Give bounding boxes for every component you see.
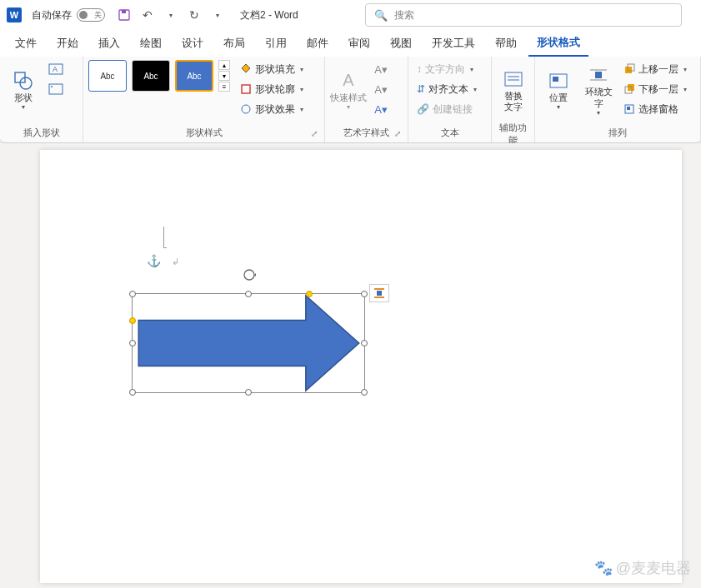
search-box[interactable]: 🔍 搜索 (365, 3, 682, 27)
shape-style-gallery[interactable]: Abc Abc Abc ▴ ▾ ≡ (88, 60, 230, 92)
svg-rect-14 (553, 77, 558, 82)
dialog-launcher-shape-styles[interactable]: ⤢ (311, 129, 321, 139)
group-label-shape-styles: 形状样式 (88, 125, 319, 141)
wrap-text-button[interactable]: 环绕文 字 ▾ (580, 60, 617, 120)
textbox-button[interactable]: A (45, 60, 67, 78)
toggle-state: 关 (94, 10, 102, 21)
svg-point-24 (244, 270, 254, 280)
chevron-down-icon: ▾ (22, 103, 25, 111)
text-outline-button[interactable]: A▾ (370, 80, 392, 98)
align-text-button[interactable]: ⇵对齐文本▾ (413, 80, 480, 98)
position-button[interactable]: 位置 ▾ (540, 60, 577, 120)
shape-outline-label: 形状轮廓 (255, 82, 295, 97)
toggle-knob (79, 11, 88, 19)
text-fill-button[interactable]: A▾ (370, 60, 392, 78)
group-text: ↕文字方向▾ ⇵对齐文本▾ 🔗创建链接 文本 (408, 57, 492, 142)
rotate-handle[interactable] (242, 267, 255, 281)
style-swatch-3[interactable]: Abc (175, 60, 213, 92)
save-button[interactable] (117, 7, 132, 22)
position-icon (547, 69, 570, 92)
tab-mailings[interactable]: 邮件 (298, 31, 337, 56)
tab-insert[interactable]: 插入 (90, 31, 128, 56)
selection-pane-label: 选择窗格 (638, 102, 678, 117)
tab-shape-format[interactable]: 形状格式 (528, 30, 588, 57)
handle-bm[interactable] (245, 389, 252, 396)
handle-bl[interactable] (129, 389, 136, 396)
ribbon: 形状 ▾ A 插入形状 Abc Abc Abc ▴ ▾ ≡ (0, 57, 701, 143)
redo-button[interactable]: ↻ (187, 7, 202, 22)
tab-view[interactable]: 视图 (382, 31, 420, 56)
edit-shape-button[interactable] (45, 80, 67, 98)
shape-outline-button[interactable]: 形状轮廓▾ (237, 80, 307, 98)
search-icon: 🔍 (374, 9, 388, 22)
group-label-text: 文本 (413, 125, 486, 141)
tab-developer[interactable]: 开发工具 (423, 31, 483, 56)
handle-tr[interactable] (361, 291, 368, 297)
tab-references[interactable]: 引用 (257, 31, 295, 56)
shapes-label: 形状 (14, 92, 33, 103)
handle-tl[interactable] (129, 291, 136, 297)
shapes-icon (12, 69, 35, 92)
watermark-text: @麦麦电器 (616, 558, 691, 578)
handle-br[interactable] (361, 389, 368, 396)
gallery-scroll-up[interactable]: ▴ (218, 60, 230, 70)
svg-point-7 (51, 86, 53, 87)
svg-text:A: A (53, 65, 58, 73)
style-swatch-2[interactable]: Abc (132, 60, 170, 92)
text-direction-button[interactable]: ↕文字方向▾ (413, 60, 480, 78)
handle-tm[interactable] (245, 291, 252, 297)
autosave-toggle[interactable]: 自动保存 关 (32, 8, 105, 22)
adjust-handle-1[interactable] (129, 317, 136, 324)
quick-styles-button[interactable]: A 快速样式 ▾ (330, 60, 367, 120)
create-link-button[interactable]: 🔗创建链接 (413, 100, 480, 118)
undo-button[interactable]: ↶ (140, 7, 155, 22)
svg-rect-6 (49, 84, 63, 94)
tab-file[interactable]: 文件 (7, 31, 45, 56)
handle-ml[interactable] (129, 340, 136, 346)
text-direction-label: 文字方向 (425, 62, 465, 77)
handle-mr[interactable] (361, 340, 368, 346)
svg-rect-23 (627, 107, 630, 110)
shape-fill-button[interactable]: 形状填充▾ (237, 60, 307, 78)
send-backward-button[interactable]: 下移一层▾ (620, 80, 690, 98)
send-backward-label: 下移一层 (638, 82, 678, 97)
group-label-wordart: 艺术字样式 (330, 125, 403, 141)
bring-forward-button[interactable]: 上移一层▾ (620, 60, 690, 78)
document-area[interactable]: ⚓ ↲ (0, 143, 701, 588)
watermark-icon: 🐾 (594, 559, 613, 577)
gallery-more[interactable]: ≡ (218, 82, 230, 92)
layout-options-button[interactable] (369, 284, 389, 302)
word-app-icon: W (7, 7, 22, 22)
quick-styles-label: 快速样式 (330, 92, 367, 103)
quick-access-toolbar: ↶ ▾ ↻ ▾ (117, 7, 225, 22)
tab-help[interactable]: 帮助 (487, 31, 525, 56)
style-swatch-1[interactable]: Abc (88, 60, 127, 92)
undo-dropdown[interactable]: ▾ (163, 7, 178, 22)
shape-selection[interactable] (132, 293, 365, 393)
page[interactable]: ⚓ ↲ (40, 150, 682, 583)
group-shape-styles: Abc Abc Abc ▴ ▾ ≡ 形状填充▾ 形状轮廓▾ 形状效果▾ 形状样式… (83, 57, 325, 142)
adjust-handle-2[interactable] (306, 291, 313, 297)
alt-text-button[interactable]: 替换 文字 (497, 60, 529, 120)
qat-customize[interactable]: ▾ (210, 7, 225, 22)
text-effects-button[interactable]: A▾ (370, 100, 392, 118)
dialog-launcher-wordart[interactable]: ⤢ (394, 129, 404, 139)
arrow-shape[interactable] (133, 294, 364, 392)
tab-review[interactable]: 审阅 (340, 31, 378, 56)
svg-rect-10 (505, 72, 522, 86)
tab-draw[interactable]: 绘图 (132, 31, 170, 56)
bring-forward-label: 上移一层 (638, 62, 678, 77)
toggle-track[interactable]: 关 (77, 8, 105, 22)
text-cursor (163, 227, 167, 248)
align-text-label: 对齐文本 (428, 82, 468, 97)
title-bar: W 自动保存 关 ↶ ▾ ↻ ▾ 文档2 - Word 🔍 搜索 (0, 0, 701, 30)
svg-point-9 (242, 105, 250, 113)
tab-layout[interactable]: 布局 (215, 31, 253, 56)
selection-pane-button[interactable]: 选择窗格 (620, 100, 690, 118)
tab-home[interactable]: 开始 (48, 31, 87, 56)
svg-rect-25 (377, 291, 382, 296)
tab-design[interactable]: 设计 (173, 31, 212, 56)
shapes-button[interactable]: 形状 ▾ (5, 60, 42, 120)
shape-effects-button[interactable]: 形状效果▾ (237, 100, 307, 118)
gallery-scroll-down[interactable]: ▾ (218, 71, 230, 81)
